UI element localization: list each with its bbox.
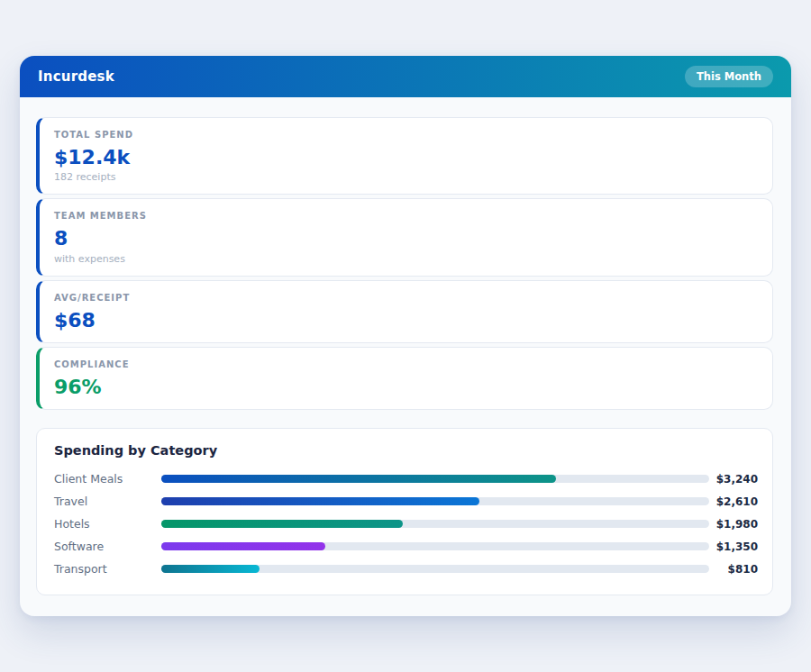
stat-label: TEAM MEMBERS: [54, 211, 758, 221]
chart-row-transport: Transport $810: [54, 558, 758, 580]
bar-fill: [161, 497, 479, 505]
spending-by-category-chart: Spending by Category Client Meals $3,240…: [36, 428, 773, 595]
stat-label: TOTAL SPEND: [54, 130, 758, 140]
stat-value: 8: [54, 227, 758, 250]
bar-track: [161, 565, 709, 573]
stat-card-compliance: COMPLIANCE 96%: [36, 347, 773, 410]
stat-card-total-spend: TOTAL SPEND $12.4k 182 receipts: [36, 117, 773, 195]
bar-track: [161, 475, 709, 483]
category-value: $1,980: [709, 518, 758, 531]
chart-row-client-meals: Client Meals $3,240: [54, 468, 758, 490]
bar-track: [161, 542, 709, 550]
bar-fill: [161, 520, 403, 528]
period-badge[interactable]: This Month: [685, 66, 773, 87]
stat-card-team-members: TEAM MEMBERS 8 with expenses: [36, 198, 773, 276]
category-label: Transport: [54, 562, 161, 576]
category-label: Travel: [54, 495, 161, 508]
stat-label: AVG/RECEIPT: [54, 293, 758, 303]
category-value: $1,350: [709, 540, 758, 553]
stat-label: COMPLIANCE: [54, 359, 758, 369]
dashboard-card: Incurdesk This Month TOTAL SPEND $12.4k …: [20, 56, 791, 616]
app-title: Incurdesk: [38, 68, 114, 85]
chart-row-travel: Travel $2,610: [54, 490, 758, 513]
chart-row-software: Software $1,350: [54, 535, 758, 558]
category-label: Software: [54, 540, 161, 553]
chart-row-hotels: Hotels $1,980: [54, 513, 758, 535]
dashboard-content: TOTAL SPEND $12.4k 182 receipts TEAM MEM…: [20, 97, 791, 613]
bar-track: [161, 497, 709, 505]
stat-value: 96%: [54, 376, 758, 398]
category-value: $810: [709, 563, 758, 576]
stat-sub: with expenses: [54, 253, 758, 265]
bar-fill: [161, 475, 556, 483]
bar-fill: [161, 542, 325, 550]
stat-value: $68: [54, 309, 758, 331]
category-label: Client Meals: [54, 472, 161, 486]
category-value: $3,240: [709, 473, 758, 486]
stat-value: $12.4k: [54, 146, 758, 168]
stat-sub: 182 receipts: [54, 171, 758, 183]
category-value: $2,610: [709, 495, 758, 508]
chart-title: Spending by Category: [54, 443, 758, 458]
category-label: Hotels: [54, 517, 161, 531]
bar-track: [161, 520, 709, 528]
bar-fill: [161, 565, 260, 573]
stat-card-avg-receipt: AVG/RECEIPT $68: [36, 280, 773, 343]
app-header: Incurdesk This Month: [20, 56, 791, 97]
